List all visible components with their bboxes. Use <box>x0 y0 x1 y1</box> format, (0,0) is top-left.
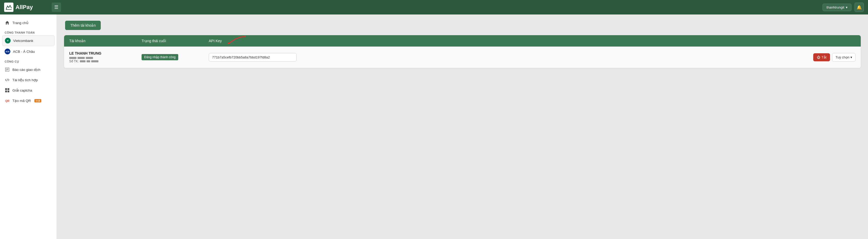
chevron-down-icon: ▾ <box>846 5 847 9</box>
status-badge: Đăng nhập thành công <box>142 54 178 60</box>
sidebar-item-docs[interactable]: Tài liệu tích hợp <box>0 75 57 85</box>
options-label: Tuỳ chọn <box>835 55 849 59</box>
new-badge: mới <box>34 99 41 102</box>
action-buttons: ⏻ Tắt Tuỳ chọn ▾ <box>813 53 856 61</box>
sidebar-item-label: Tạo mã QR <box>12 99 31 103</box>
svg-rect-5 <box>5 88 7 90</box>
qr-icon: QR <box>5 98 10 103</box>
sidebar-item-label: Báo cáo giao dịch <box>12 68 40 72</box>
sidebar: Trang chủ CÔNG THANH TOÁN V Vietcombank … <box>0 15 57 239</box>
bell-icon: 🔔 <box>857 5 862 10</box>
svg-line-4 <box>7 79 8 81</box>
masked-block-3 <box>86 57 93 59</box>
options-button[interactable]: Tuỳ chọn ▾ <box>832 53 856 61</box>
sidebar-item-label: Tài liệu tích hợp <box>12 78 38 82</box>
account-sotk: Số TK: <box>69 59 142 63</box>
sidebar-item-qr[interactable]: QR Tạo mã QR mới <box>0 96 57 106</box>
svg-text:QR: QR <box>5 99 9 102</box>
col-apikey: API Key <box>209 39 222 43</box>
sidebar-item-acb[interactable]: ACB ACB - Á Châu <box>0 46 57 57</box>
hamburger-button[interactable]: ☰ <box>52 3 61 12</box>
account-name: LE THANH TRUNG <box>69 51 142 55</box>
acb-icon: ACB <box>5 49 10 54</box>
sidebar-item-home[interactable]: Trang chủ <box>0 18 57 28</box>
sotk-label: Số TK: <box>69 59 79 63</box>
sotk-masked-2 <box>87 60 90 62</box>
table-header-row: Tài khoản Trạng thái cuối API Key Click … <box>64 35 861 47</box>
sidebar-item-reports[interactable]: Báo cáo giao dịch <box>0 64 57 75</box>
account-masked-numbers <box>69 57 142 59</box>
col-account: Tài khoản <box>69 39 142 43</box>
user-area: thanhtrungit ▾ 🔔 <box>823 3 864 12</box>
svg-rect-6 <box>7 88 9 90</box>
sotk-masked-1 <box>80 60 86 62</box>
sidebar-item-label: ACB - Á Châu <box>13 50 35 54</box>
sidebar-item-label: Giải captcha <box>12 88 32 92</box>
user-menu[interactable]: thanhtrungit ▾ <box>823 4 851 11</box>
sidebar-item-vietcombank[interactable]: V Vietcombank <box>2 35 55 46</box>
captcha-icon <box>5 88 10 93</box>
add-account-button[interactable]: Thêm tài khoản <box>65 21 101 30</box>
svg-rect-8 <box>7 90 9 92</box>
sidebar-section-payment: CÔNG THANH TOÁN <box>0 28 57 35</box>
topnav: AllPay ☰ thanhtrungit ▾ 🔔 <box>0 0 868 15</box>
logo-icon <box>4 3 13 12</box>
username-label: thanhtrungit <box>827 5 844 9</box>
sidebar-section-tools: CÔNG CỤ <box>0 57 57 64</box>
logo: AllPay <box>4 3 45 12</box>
main-content: Thêm tài khoản Tài khoản Trạng thái cuối… <box>57 15 868 239</box>
chevron-down-icon: ▾ <box>850 55 852 59</box>
col-status: Trạng thái cuối <box>142 39 209 43</box>
table-row: LE THANH TRUNG Số TK: Đăng n <box>64 47 861 68</box>
api-key-input[interactable] <box>209 53 297 61</box>
report-icon <box>5 67 10 72</box>
sidebar-item-captcha[interactable]: Giải captcha <box>0 85 57 96</box>
accounts-table: Tài khoản Trạng thái cuối API Key Click … <box>64 35 861 68</box>
code-icon <box>5 77 10 82</box>
sidebar-item-label: Vietcombank <box>13 39 33 43</box>
power-icon: ⏻ <box>817 55 820 59</box>
masked-block-2 <box>78 57 85 59</box>
btn-off-label: Tắt <box>822 55 827 59</box>
account-info: LE THANH TRUNG Số TK: <box>69 51 142 63</box>
home-icon <box>5 20 10 25</box>
account-status: Đăng nhập thành công <box>142 54 209 60</box>
sotk-masked-3 <box>91 60 98 62</box>
turn-off-button[interactable]: ⏻ Tắt <box>813 53 830 61</box>
vietcombank-icon: V <box>5 38 10 44</box>
click-to-copy-annotation: Click to copy <box>224 35 252 44</box>
svg-rect-7 <box>5 90 7 92</box>
api-key-cell <box>209 53 813 61</box>
notification-bell[interactable]: 🔔 <box>855 3 864 12</box>
logo-text: AllPay <box>16 4 33 10</box>
sidebar-item-label: Trang chủ <box>12 21 28 25</box>
masked-block-1 <box>69 57 76 59</box>
red-arrow-annotation-2 <box>227 35 248 44</box>
